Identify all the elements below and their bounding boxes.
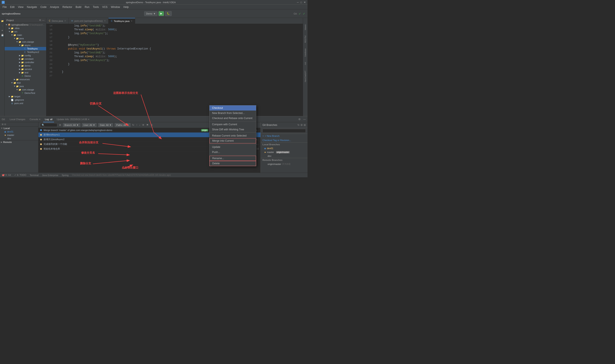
- tree-item-async[interactable]: ▼ 📁 async: [5, 43, 46, 47]
- expand-all-icon[interactable]: ⊞: [2, 123, 3, 125]
- project-settings-icon[interactable]: ⚙: [39, 19, 41, 22]
- tab-demo-java[interactable]: C Demo.java ✕: [46, 18, 69, 24]
- tree-item-test-folder[interactable]: ▶ 📁 test: [5, 71, 46, 74]
- collapse-all-icon[interactable]: ⊟: [4, 123, 6, 125]
- database-icon[interactable]: Database: [304, 48, 307, 57]
- tree-item-com-xiaoge[interactable]: ▼ 📁 com.xiaoge: [5, 40, 46, 43]
- pull-icon[interactable]: ↓: [139, 124, 140, 127]
- ctx-push[interactable]: Push...: [210, 150, 256, 155]
- status-git[interactable]: 🐙 9: Git: [2, 174, 11, 176]
- maven-icon[interactable]: Maven: [304, 24, 307, 30]
- sidebar-icon-structure[interactable]: ⋮: [0, 24, 4, 28]
- git-local-section[interactable]: ▼ Local: [0, 127, 38, 130]
- ctx-merge[interactable]: Merge into Current: [210, 138, 256, 143]
- settings-icon[interactable]: ⚙: [298, 118, 301, 121]
- tree-item-target[interactable]: ▶ 📁 target: [5, 95, 46, 98]
- branch-filter[interactable]: Branch: All ▼: [63, 123, 80, 127]
- menu-edit[interactable]: Edit: [8, 5, 16, 9]
- menu-refactor[interactable]: Refactor: [61, 5, 74, 9]
- ctx-rebase[interactable]: Rebase Current onto Selected: [210, 133, 256, 138]
- date-filter[interactable]: Date: All ▼: [98, 123, 113, 127]
- nexchatgpt-icon[interactable]: NexChatGPT: [304, 71, 307, 82]
- tab-testasync-close[interactable]: ✕: [131, 20, 132, 22]
- tree-item-demotest[interactable]: T DemoTest: [5, 91, 46, 95]
- ctx-rename[interactable]: Rename...: [210, 156, 256, 161]
- menu-navigate[interactable]: Navigate: [25, 5, 39, 9]
- menu-tools[interactable]: Tools: [91, 5, 101, 9]
- ctx-update[interactable]: Update: [210, 144, 256, 150]
- status-enterprise[interactable]: Java Enterprise: [42, 174, 58, 176]
- tree-item-main[interactable]: ▼ 📁 main: [5, 33, 46, 37]
- tree-item-com-xiaoge-test[interactable]: ▼ 📁 com.xiaoge: [5, 88, 46, 91]
- user-filter[interactable]: User: All ▼: [82, 123, 97, 127]
- tree-item-controller[interactable]: ▶ 📁 controller: [5, 61, 46, 64]
- branch-origin-master[interactable]: origin/master 共为你提: [261, 162, 308, 166]
- tree-item-pomxml[interactable]: 🗎 pom.xml: [5, 102, 46, 105]
- console-close-icon[interactable]: ✕: [39, 118, 40, 120]
- tree-item-resources[interactable]: ▶ 📁 resources: [5, 78, 46, 81]
- tree-item-service[interactable]: ▶ 📁 service: [5, 67, 46, 71]
- branches-search-input[interactable]: [262, 129, 306, 133]
- minimize-panel-icon[interactable]: —: [303, 118, 306, 121]
- run-config-dropdown[interactable]: Demo ▼: [144, 11, 157, 16]
- close-button[interactable]: ✕: [304, 1, 306, 4]
- git-remote-section[interactable]: ▶ Remote: [0, 140, 38, 144]
- project-collapse-icon[interactable]: —: [42, 19, 44, 22]
- tree-item-gitignore[interactable]: 📄 .gitignore: [5, 98, 46, 102]
- eye-icon[interactable]: 👁: [142, 124, 145, 127]
- checkout-tag-action[interactable]: Checkout Tag or Revision...: [261, 138, 308, 142]
- git-local-dev01[interactable]: ◉ dev01: [0, 130, 38, 133]
- menu-code[interactable]: Code: [39, 5, 48, 9]
- git-local-master[interactable]: ★ master: [0, 133, 38, 137]
- menu-run[interactable]: Run: [83, 5, 91, 9]
- run-button[interactable]: ▶: [159, 11, 164, 16]
- tab-pom-close[interactable]: ✕: [104, 20, 106, 22]
- branch-dev01[interactable]: ◉ dev01: [261, 146, 308, 150]
- branch-dev[interactable]: dev: [261, 154, 308, 158]
- menu-build[interactable]: Build: [74, 5, 83, 9]
- branch-master[interactable]: ★ master origin/master: [261, 150, 308, 154]
- paths-filter[interactable]: Paths: All ▼: [115, 123, 131, 127]
- refresh-icon[interactable]: ↻: [132, 124, 134, 127]
- git-settings-icon[interactable]: ⚙: [59, 124, 61, 127]
- update-close-icon[interactable]: ✕: [88, 118, 90, 120]
- tree-item-testasync2[interactable]: C TestAsync2: [5, 50, 46, 54]
- menu-help[interactable]: Help: [122, 5, 131, 9]
- status-todo[interactable]: ✓ 6: TODO: [14, 174, 26, 176]
- menu-vcs[interactable]: VCS: [101, 5, 109, 9]
- restful-icon[interactable]: RESTful: [304, 36, 307, 43]
- menu-file[interactable]: File: [1, 5, 8, 9]
- tree-item-root[interactable]: ▼ 📦 springbootDemo D:\workspace\...: [5, 23, 46, 26]
- status-terminal[interactable]: Terminal: [30, 174, 39, 176]
- tree-item-testasync[interactable]: C TestAsync: [5, 47, 46, 50]
- ctx-compare[interactable]: Compare with Current: [210, 122, 256, 127]
- tab-console[interactable]: Console ✕: [28, 116, 42, 122]
- tab-log-all[interactable]: Log: all: [43, 116, 54, 122]
- debug-button[interactable]: 🐛: [165, 11, 172, 16]
- tree-item-constant[interactable]: ▶ 📁 constant: [5, 57, 46, 61]
- ctx-show-diff[interactable]: Show Diff with Working Tree: [210, 127, 256, 132]
- tree-item-demo-class[interactable]: A Demo: [5, 74, 46, 78]
- tree-item-test-src[interactable]: ▼ 📁 test: [5, 81, 46, 84]
- branches-expand-icon[interactable]: ⊞: [304, 124, 306, 127]
- branches-settings-icon[interactable]: ⚙: [300, 124, 303, 127]
- menu-analyze[interactable]: Analyze: [48, 5, 61, 9]
- tab-pomxml[interactable]: m pom.xml (springbootDemo) ✕: [69, 18, 108, 24]
- tree-item-java[interactable]: ▼ 📁 java: [5, 37, 46, 40]
- ant-icon[interactable]: Ant: [304, 62, 307, 65]
- flag-icon[interactable]: ⚑: [146, 124, 149, 127]
- tab-testasync-java[interactable]: C TestAsync.java ✕: [108, 18, 135, 24]
- menu-window[interactable]: Window: [109, 5, 122, 9]
- code-editor[interactable]: 14 log.info("test休眠"); 15 Thread.sleep( …: [46, 24, 303, 116]
- tab-local-changes[interactable]: Local Changes: [8, 116, 27, 122]
- menu-view[interactable]: View: [16, 5, 25, 9]
- minimize-button[interactable]: ─: [297, 1, 299, 4]
- sidebar-icon-favorites[interactable]: ★: [0, 28, 4, 32]
- branches-refresh-icon[interactable]: ↻: [297, 124, 300, 127]
- tab-demo-close[interactable]: ✕: [64, 20, 66, 22]
- pause-icon[interactable]: ⏸: [150, 124, 153, 127]
- maximize-button[interactable]: □: [300, 1, 302, 4]
- tab-update-info[interactable]: Update Info: 2023/9/16 14:08 ✕: [55, 116, 91, 122]
- git-local-dev[interactable]: dev: [0, 137, 38, 140]
- tree-item-java-test[interactable]: ▼ 📁 java: [5, 84, 46, 88]
